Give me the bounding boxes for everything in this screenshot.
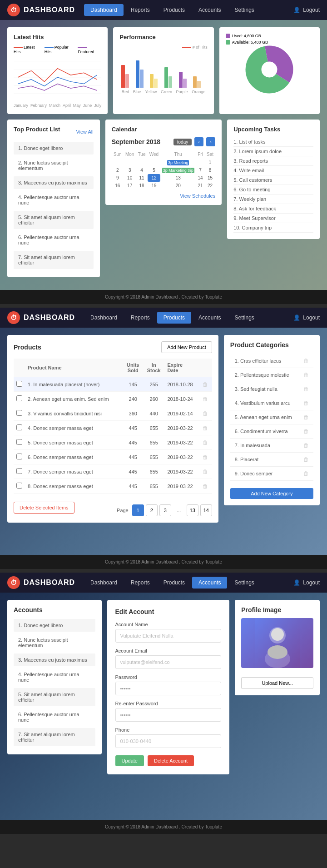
cat-delete-icon[interactable]: 🗑 [303, 470, 309, 477]
task-1: 1. List of tasks [233, 137, 313, 147]
cal-cell: 20 [160, 182, 196, 190]
nav-dashboard-3[interactable]: Dashboard [84, 577, 124, 589]
bar-red-light [125, 74, 129, 88]
logout-label-1[interactable]: Logout [303, 7, 320, 13]
cat-delete-icon[interactable]: 🗑 [303, 414, 309, 420]
nav-products-1[interactable]: Products [157, 4, 191, 16]
row-delete-icon[interactable]: 🗑 [203, 469, 208, 475]
table-row: 2. Aenean eget urna enim. Sed enim 240 2… [14, 392, 212, 406]
cat-delete-icon[interactable]: 🗑 [303, 400, 309, 406]
nav-accounts-2[interactable]: Accounts [192, 312, 227, 324]
row-units-sold: 445 [123, 435, 143, 450]
page-1[interactable]: 1 [132, 504, 144, 516]
row-delete-icon[interactable]: 🗑 [203, 425, 208, 431]
nav-reports-1[interactable]: Reports [124, 4, 156, 16]
row-checkbox-5[interactable] [16, 454, 22, 459]
cat-delete-icon[interactable]: 🗑 [303, 372, 309, 378]
reenter-group: Re-enter Password [115, 701, 222, 722]
row-delete-icon[interactable]: 🗑 [203, 454, 208, 460]
cat-delete-icon[interactable]: 🗑 [303, 358, 309, 364]
row-in-stock: 440 [143, 406, 164, 421]
row-delete-icon[interactable]: 🗑 [203, 439, 208, 446]
account-item: 3. Maecenas eu justo maximus [14, 653, 95, 666]
cal-prev-button[interactable]: ‹ [194, 137, 203, 146]
accounts-list-title: Accounts [14, 606, 95, 614]
category-item: 3. Sed feugiat nulla🗑 [230, 382, 313, 396]
password-input[interactable] [115, 682, 222, 695]
nav-products-3[interactable]: Products [157, 577, 191, 589]
brand-label-3: DASHBOARD [24, 579, 75, 587]
row-checkbox-7[interactable] [16, 483, 22, 489]
row-delete-icon[interactable]: 🗑 [203, 396, 208, 402]
nav-accounts-1[interactable]: Accounts [192, 4, 227, 16]
cal-cell: 9 [112, 174, 124, 182]
view-all-link[interactable]: View All [76, 129, 93, 135]
row-checkbox-0[interactable] [16, 381, 22, 387]
nav-settings-2[interactable]: Settings [228, 312, 260, 324]
row-checkbox-3[interactable] [16, 424, 22, 430]
bar-red [121, 65, 125, 88]
product-item-4: 4. Pellentesque auctor urna nunc [14, 191, 94, 209]
row-expire: 2019-03-22 [164, 435, 199, 450]
today-button[interactable]: today [173, 139, 192, 145]
view-schedules-link[interactable]: View Schedules [112, 193, 215, 199]
cat-delete-icon[interactable]: 🗑 [303, 428, 309, 434]
add-category-button[interactable]: Add New Category [230, 488, 313, 499]
add-product-button[interactable]: Add New Product [161, 341, 212, 353]
logout-label-2[interactable]: Logout [303, 314, 320, 321]
row-delete-icon[interactable]: 🗑 [203, 483, 208, 489]
nav-reports-3[interactable]: Reports [124, 577, 156, 589]
update-button[interactable]: Update [115, 755, 144, 766]
nav-accounts-3[interactable]: Accounts [192, 577, 227, 589]
page-3[interactable]: 3 [159, 504, 171, 516]
row-checkbox-6[interactable] [16, 468, 22, 474]
page-14[interactable]: 14 [200, 504, 212, 516]
latest-hits-card: Latest Hits Latest Hits Popular Hits Fea… [7, 27, 108, 114]
email-input[interactable] [115, 655, 222, 669]
user-icon-3: 👤 [293, 579, 300, 586]
task-8: 8. Ask for feedback [233, 204, 313, 214]
cat-label: 6. Condimentum viverra [235, 429, 288, 434]
cat-label: 2. Pellentesque molestie [235, 372, 289, 378]
categories-title: Product Categories [230, 341, 313, 349]
legend-used: Used: 4,600 GB [226, 34, 313, 38]
account-name-input[interactable] [115, 629, 222, 643]
svg-point-11 [271, 628, 284, 641]
upload-button[interactable]: Upload New... [241, 677, 313, 689]
cat-delete-icon[interactable]: 🗑 [303, 456, 309, 463]
cat-delete-icon[interactable]: 🗑 [303, 442, 309, 449]
hero-section-3: Accounts 1. Donec eget libero2. Nunc luc… [0, 593, 327, 820]
row-checkbox-4[interactable] [16, 439, 22, 445]
row-checkbox-2[interactable] [16, 410, 22, 416]
page-2[interactable]: 2 [146, 504, 158, 516]
cat-delete-icon[interactable]: 🗑 [303, 386, 309, 392]
col-checkbox [14, 359, 25, 377]
page-13[interactable]: 13 [187, 504, 198, 516]
delete-account-button[interactable]: Delete Account [148, 755, 194, 766]
row-in-stock: 655 [143, 435, 164, 450]
row-checkbox-1[interactable] [16, 395, 22, 401]
nav-reports-2[interactable]: Reports [124, 312, 156, 324]
phone-input[interactable] [115, 734, 222, 748]
row-in-stock: 255 [143, 377, 164, 392]
nav-right-2[interactable]: 👤 Logout [293, 314, 320, 321]
nav-right-3[interactable]: 👤 Logout [293, 579, 320, 586]
nav-dashboard-2[interactable]: Dashboard [84, 312, 124, 324]
nav-products-2[interactable]: Products [157, 312, 191, 324]
logout-label-3[interactable]: Logout [303, 579, 320, 586]
cal-next-button[interactable]: › [206, 137, 215, 146]
bar-group-orange [193, 76, 206, 88]
cal-cell [136, 159, 148, 166]
nav-settings-3[interactable]: Settings [228, 577, 260, 589]
nav-right-1[interactable]: 👤 Logout [293, 7, 320, 13]
row-delete-icon[interactable]: 🗑 [203, 381, 208, 388]
account-item: 2. Nunc luctus suscipit elementum [14, 634, 95, 652]
row-delete-icon[interactable]: 🗑 [203, 410, 208, 417]
reenter-input[interactable] [115, 708, 222, 722]
nav-dashboard-1[interactable]: Dashboard [84, 4, 124, 16]
cal-cell: 18 [136, 182, 148, 190]
pie-chart-wrapper [226, 49, 313, 90]
delete-selected-button[interactable]: Delete Selected Items [14, 502, 74, 514]
nav-settings-1[interactable]: Settings [228, 4, 260, 16]
bar-yellow-light [154, 79, 158, 88]
